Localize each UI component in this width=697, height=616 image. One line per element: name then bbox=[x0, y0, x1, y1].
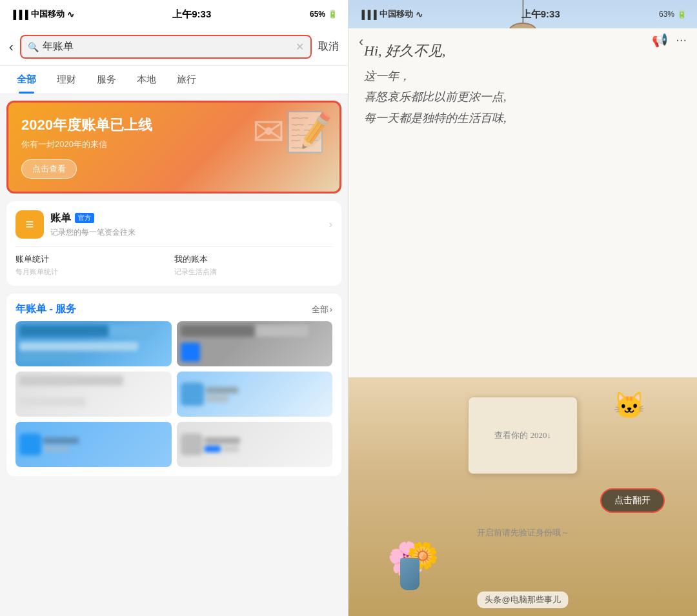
battery-icon-right: 🔋 bbox=[677, 10, 687, 19]
statistics-title: 账单统计 bbox=[15, 253, 174, 265]
year-card: 查看你的 2020↓ bbox=[468, 397, 578, 474]
search-input-wrap[interactable]: 🔍 年账单 ✕ bbox=[20, 35, 312, 59]
section-all-link[interactable]: 全部 › bbox=[312, 304, 332, 315]
service-link-notebook[interactable]: 我的账本 记录生活点滴 bbox=[174, 253, 333, 277]
service-link-statistics[interactable]: 账单统计 每月账单统计 bbox=[15, 253, 174, 277]
card-text: 查看你的 2020↓ bbox=[494, 430, 551, 441]
service-name-row: 账单 官方 bbox=[50, 212, 323, 225]
notification-icon[interactable]: 📢 bbox=[652, 32, 668, 48]
status-bar-left: ▐▐▐ 中国移动 ∿ 上午9:33 65% 🔋 bbox=[0, 0, 348, 28]
time-right: 上午9:33 bbox=[521, 8, 560, 21]
official-badge: 官方 bbox=[75, 213, 94, 223]
signal-icon: ▐▐▐ bbox=[10, 10, 28, 19]
battery-icons-left: 65% 🔋 bbox=[310, 10, 338, 19]
tab-finance[interactable]: 理财 bbox=[46, 66, 86, 94]
wifi-icon: ∿ bbox=[67, 10, 74, 19]
section-title-type: 服务 bbox=[56, 303, 76, 314]
blur-2 bbox=[177, 321, 333, 366]
battery-percent-right: 63% bbox=[659, 10, 674, 19]
right-top-icons: 📢 ··· bbox=[652, 32, 687, 48]
cat-figure: 🐱 bbox=[613, 390, 645, 421]
right-phone: ▐▐▐ 中国移动 ∿ 上午9:33 63% 🔋 📢 ··· ‹ 🤖 Hi, 好 bbox=[348, 0, 697, 616]
search-icon: 🔍 bbox=[28, 42, 39, 52]
more-icon[interactable]: ··· bbox=[676, 32, 687, 48]
tab-all[interactable]: 全部 bbox=[6, 66, 46, 94]
service-grid-item-6[interactable] bbox=[177, 422, 333, 467]
carrier-name-left: 中国移动 bbox=[31, 8, 65, 20]
battery-icons-right: 63% 🔋 bbox=[659, 10, 687, 19]
notebook-title: 我的账本 bbox=[174, 253, 333, 265]
section-title: 年账单 - 服务 bbox=[15, 303, 76, 316]
blur-3 bbox=[15, 372, 172, 417]
service-grid-item-5[interactable] bbox=[15, 422, 172, 467]
service-grid-row2 bbox=[15, 422, 332, 467]
identity-text: 开启前请先验证身份哦～ bbox=[348, 527, 697, 539]
notebook-sub: 记录生活点滴 bbox=[174, 267, 333, 277]
bill-service-card: ≡ 账单 官方 记录您的每一笔资金往来 › 账单统计 每月账单统计 我的账本 bbox=[6, 201, 341, 286]
service-header[interactable]: ≡ 账单 官方 记录您的每一笔资金往来 › bbox=[15, 210, 332, 246]
service-arrow-icon[interactable]: › bbox=[329, 219, 332, 230]
carrier-right: ▐▐▐ 中国移动 ∿ bbox=[359, 8, 423, 20]
battery-percent-left: 65% bbox=[310, 10, 325, 19]
clear-button[interactable]: ✕ bbox=[296, 41, 304, 53]
tab-service[interactable]: 服务 bbox=[86, 66, 126, 94]
content-area: ✉📝 2020年度账单已上线 你有一封2020年的来信 点击查看 ≡ 账单 官方… bbox=[0, 94, 348, 616]
carrier-name-right: 中国移动 bbox=[379, 8, 413, 20]
blur-4 bbox=[177, 372, 333, 417]
service-grid-item-3[interactable] bbox=[15, 372, 172, 417]
letter-line2: 喜怒哀乐都比以前更浓一点, bbox=[364, 86, 682, 107]
letter-line1: 这一年， bbox=[364, 66, 682, 86]
tabs-row: 全部 理财 服务 本地 旅行 bbox=[0, 66, 348, 94]
battery-icon-left: 🔋 bbox=[328, 10, 338, 19]
statistics-sub: 每月账单统计 bbox=[15, 267, 174, 277]
service-grid-item-1[interactable] bbox=[15, 321, 172, 366]
desk-scene: 🌸 🌼 查看你的 2020↓ 🐱 点击翻开 开启前请先验证身份哦～ bbox=[348, 377, 697, 616]
blur-1 bbox=[15, 321, 172, 366]
vase bbox=[400, 558, 419, 590]
banner-button[interactable]: 点击查看 bbox=[21, 159, 77, 179]
search-input[interactable]: 年账单 bbox=[43, 40, 292, 54]
back-button[interactable]: ‹ bbox=[9, 39, 14, 54]
search-bar-area: ‹ 🔍 年账单 ✕ 取消 bbox=[0, 28, 348, 66]
service-grid-item-4[interactable] bbox=[177, 372, 333, 417]
section-title-year: 年账单 bbox=[15, 303, 46, 314]
year-bill-services: 年账单 - 服务 全部 › bbox=[6, 293, 341, 476]
status-bar-right: ▐▐▐ 中国移动 ∿ 上午9:33 63% 🔋 bbox=[348, 0, 697, 28]
service-grid-item-2[interactable] bbox=[177, 321, 333, 366]
section-header: 年账单 - 服务 全部 › bbox=[15, 303, 332, 316]
section-title-dash: - bbox=[49, 303, 56, 314]
nav-back-left[interactable]: ‹ bbox=[359, 34, 363, 50]
letter-greeting: Hi, 好久不见, bbox=[364, 41, 682, 61]
tab-local[interactable]: 本地 bbox=[126, 66, 167, 94]
carrier-left: ▐▐▐ 中国移动 ∿ bbox=[10, 8, 74, 20]
tab-travel[interactable]: 旅行 bbox=[167, 66, 207, 94]
letter-line3: 每一天都是独特的生活百味, bbox=[364, 108, 682, 128]
blur-5 bbox=[15, 422, 172, 467]
wifi-icon-right: ∿ bbox=[416, 10, 423, 19]
service-info: 账单 官方 记录您的每一笔资金往来 bbox=[50, 212, 323, 238]
annual-bill-banner[interactable]: ✉📝 2020年度账单已上线 你有一封2020年的来信 点击查看 bbox=[6, 101, 341, 194]
blur-6 bbox=[177, 422, 333, 467]
service-grid bbox=[15, 321, 332, 417]
left-phone: ▐▐▐ 中国移动 ∿ 上午9:33 65% 🔋 ‹ 🔍 年账单 ✕ 取消 全部 … bbox=[0, 0, 348, 616]
cancel-button[interactable]: 取消 bbox=[318, 40, 339, 54]
click-open-button[interactable]: 点击翻开 bbox=[600, 488, 665, 513]
service-links: 账单统计 每月账单统计 我的账本 记录生活点滴 bbox=[15, 246, 332, 277]
service-desc: 记录您的每一笔资金往来 bbox=[50, 227, 323, 238]
banner-decoration: ✉📝 bbox=[252, 109, 333, 155]
service-icon: ≡ bbox=[15, 210, 44, 239]
service-name: 账单 bbox=[50, 212, 71, 225]
signal-icon-right: ▐▐▐ bbox=[359, 10, 377, 19]
section-all-arrow: › bbox=[330, 304, 332, 314]
watermark: 头条@电脑那些事儿 bbox=[477, 591, 568, 608]
time-left: 上午9:33 bbox=[172, 8, 211, 21]
